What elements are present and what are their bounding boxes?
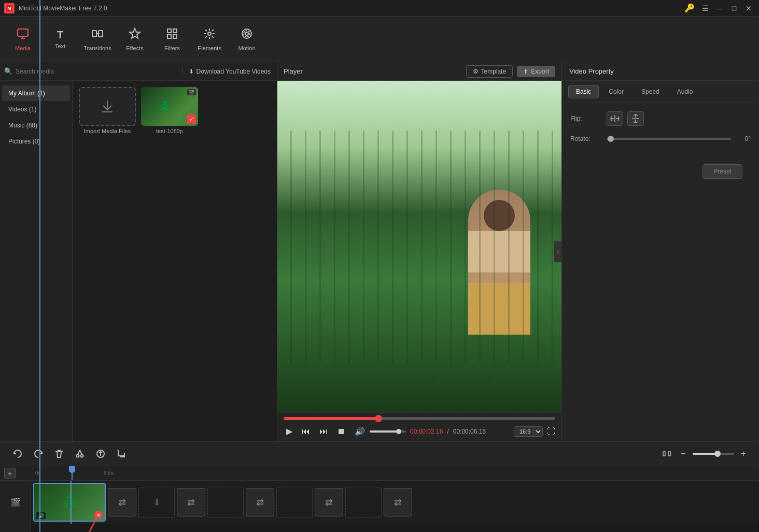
- progress-fill: [284, 417, 378, 420]
- prop-tab-audio[interactable]: Audio: [669, 85, 701, 98]
- preset-button[interactable]: Preset: [702, 164, 742, 179]
- time-separator: /: [447, 428, 448, 435]
- current-time: 00:00:02.16: [410, 428, 443, 435]
- prev-frame-button[interactable]: ⏮: [299, 426, 313, 437]
- audio-button[interactable]: [91, 444, 110, 463]
- svg-point-15: [244, 31, 250, 37]
- effects-label: Effects: [126, 45, 143, 51]
- sidebar-item-music[interactable]: Music (88): [2, 118, 70, 133]
- sidebar-item-pictures[interactable]: Pictures (0): [2, 134, 70, 149]
- play-button[interactable]: ▶: [284, 425, 295, 437]
- flip-vertical-button[interactable]: [627, 111, 644, 126]
- media-sidebar: My Album (1) Videos (1) Music (88) Pictu…: [0, 81, 73, 441]
- next-frame-button[interactable]: ⏭: [317, 426, 330, 437]
- app-title: MiniTool MovieMaker Free 7.2.0: [19, 5, 684, 12]
- elements-icon: [203, 27, 216, 43]
- export-label: Export: [531, 68, 549, 75]
- motion-label: Motion: [238, 45, 255, 51]
- transition-slot-3[interactable]: ⇄: [177, 488, 205, 516]
- toolbar-item-filters[interactable]: Filters: [153, 21, 191, 58]
- rotate-value: 0°: [735, 135, 751, 142]
- toolbar-item-motion[interactable]: Motion: [228, 21, 265, 58]
- transition-slot-9[interactable]: ⇄: [384, 488, 412, 516]
- video-track-icon: 🎬: [10, 497, 21, 507]
- minimize-button[interactable]: —: [713, 2, 726, 15]
- titlebar: M MiniTool MovieMaker Free 7.2.0 🔑 ☰ — □…: [0, 0, 759, 17]
- clip-icons: 🔊: [36, 512, 46, 519]
- audio-cursor-line: [39, 0, 40, 532]
- video-type-badge: 🎬: [187, 89, 196, 95]
- transition-slot-2[interactable]: ⬇: [138, 487, 175, 518]
- transition-slot-7[interactable]: ⇄: [315, 488, 343, 516]
- rotate-label: Rotate:: [570, 135, 607, 142]
- property-tabs: Basic Color Speed Audio: [562, 81, 759, 103]
- zoom-slider[interactable]: [693, 453, 734, 455]
- transition-arrow-icon-5: ⇄: [394, 497, 402, 508]
- video-media-card[interactable]: 🌲 🎬 ✓ test-1080p: [141, 87, 198, 134]
- toolbar-item-transitions[interactable]: Transitions: [79, 21, 116, 58]
- download-youtube-button[interactable]: ⬇ Download YouTube Videos: [182, 68, 277, 75]
- cut-button[interactable]: [71, 444, 89, 463]
- fullscreen-button[interactable]: ⛶: [547, 427, 555, 436]
- add-track-button[interactable]: +: [4, 468, 16, 479]
- template-button[interactable]: ⚙ Template: [466, 65, 513, 78]
- empty-track-upper: [0, 524, 759, 532]
- video-clip[interactable]: 🌲 🔊 ✕: [33, 483, 106, 522]
- progress-thumb: [375, 415, 382, 422]
- player-panel: Player ⚙ Template ⬆ Export: [277, 62, 562, 441]
- search-icon: 🔍: [4, 67, 12, 75]
- toolbar-item-media[interactable]: Media: [4, 21, 41, 58]
- prop-tab-basic[interactable]: Basic: [568, 85, 599, 98]
- toolbar-item-text[interactable]: T Text: [41, 21, 79, 58]
- undo-button[interactable]: [8, 444, 27, 463]
- flip-horizontal-button[interactable]: [607, 111, 623, 126]
- svg-rect-9: [173, 29, 177, 33]
- menu-button[interactable]: ☰: [699, 2, 711, 15]
- export-button[interactable]: ⬆ Export: [517, 66, 555, 77]
- media-grid: Import Media Files 🌲 🎬 ✓ test-1080p: [73, 81, 277, 441]
- video-track-head: 🎬: [0, 481, 31, 524]
- volume-bar[interactable]: [370, 430, 406, 433]
- stop-button[interactable]: ⏹: [334, 426, 348, 437]
- aspect-ratio-select[interactable]: 16:9 4:3 1:1 9:16: [514, 426, 543, 437]
- transition-slot-6[interactable]: [276, 487, 313, 518]
- timeline: + 0s 6.6s 🎬 🌲 🔊: [0, 466, 759, 532]
- svg-rect-25: [663, 452, 665, 456]
- prop-tab-speed[interactable]: Speed: [634, 85, 667, 98]
- zoom-in-button[interactable]: +: [736, 447, 751, 461]
- motion-icon: [241, 27, 253, 43]
- transition-slot-5[interactable]: ⇄: [246, 488, 274, 516]
- flip-controls: [607, 111, 644, 126]
- import-media-card[interactable]: Import Media Files: [79, 87, 136, 134]
- delete-button[interactable]: [50, 444, 68, 463]
- rotate-slider[interactable]: [607, 138, 731, 140]
- maximize-button[interactable]: □: [728, 2, 740, 15]
- crop-button[interactable]: [112, 444, 131, 463]
- zoom-out-button[interactable]: −: [676, 447, 691, 461]
- video-media-label: test-1080p: [156, 128, 183, 134]
- timeline-ruler-cursor: [72, 466, 73, 480]
- media-icon: [17, 27, 29, 43]
- svg-point-21: [81, 455, 83, 457]
- progress-bar[interactable]: [284, 417, 555, 420]
- app-icon: M: [4, 3, 15, 13]
- transitions-label: Transitions: [83, 45, 111, 51]
- download-icon: ⬇: [189, 68, 194, 75]
- sidebar-item-videos[interactable]: Videos (1): [2, 102, 70, 117]
- transition-slot-1[interactable]: ⇄: [108, 488, 136, 516]
- close-button[interactable]: ✕: [742, 2, 755, 15]
- sidebar-item-album[interactable]: My Album (1): [2, 85, 70, 101]
- transition-slot-8[interactable]: [345, 487, 382, 518]
- zoom-fit-button[interactable]: [659, 447, 674, 461]
- panel-toggle-arrow[interactable]: ›: [554, 241, 562, 262]
- toolbar-item-effects[interactable]: Effects: [116, 21, 153, 58]
- volume-control: 🔊: [352, 425, 406, 437]
- transition-download-icon: ⬇: [153, 497, 161, 508]
- volume-button[interactable]: 🔊: [352, 425, 368, 437]
- prop-tab-color[interactable]: Color: [601, 85, 631, 98]
- import-media-label: Import Media Files: [84, 128, 131, 134]
- export-icon: ⬆: [523, 68, 528, 75]
- transition-slot-4[interactable]: [207, 487, 244, 518]
- redo-button[interactable]: [29, 444, 48, 463]
- toolbar-item-elements[interactable]: Elements: [191, 21, 228, 58]
